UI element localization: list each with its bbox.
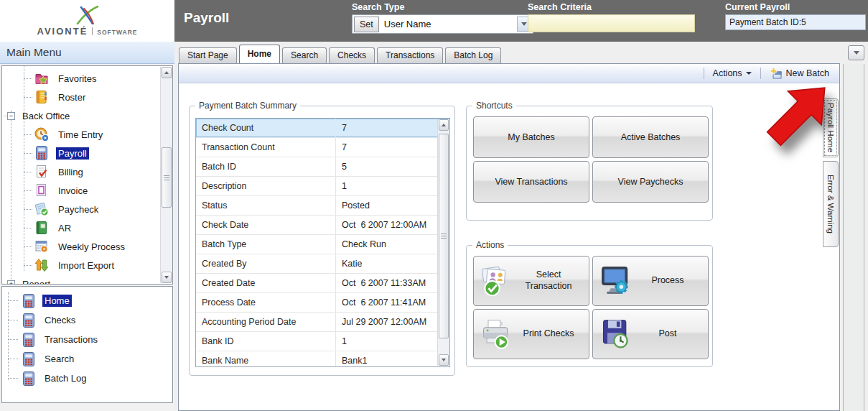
tab-batch-log[interactable]: Batch Log: [445, 47, 501, 63]
view-paychecks-button[interactable]: View Paychecks: [592, 161, 709, 203]
sidebar-page-search[interactable]: Search: [2, 349, 172, 369]
tab-transactions[interactable]: Transactions: [377, 47, 443, 63]
chevron-down-icon: [746, 72, 752, 78]
post-button[interactable]: Post: [592, 309, 709, 359]
sidebar-item-paycheck[interactable]: Paycheck: [2, 200, 172, 218]
process-button[interactable]: Process: [592, 256, 709, 306]
my-batches-button[interactable]: My Batches: [473, 116, 589, 158]
active-batches-button[interactable]: Active Batches: [592, 116, 709, 158]
sidebar-page-home[interactable]: Home: [2, 291, 172, 310]
search-criteria-label: Search Criteria: [528, 2, 695, 12]
sidebar-page-checks[interactable]: Checks: [2, 310, 172, 330]
summary-row-check-date[interactable]: Check DateOct 6 2007 12:00AM: [196, 216, 449, 235]
tree-scrollbar[interactable]: [160, 67, 172, 283]
sidebar-page-transactions[interactable]: Transactions: [2, 330, 172, 349]
process-icon: [599, 264, 633, 298]
scroll-down-icon[interactable]: [439, 354, 449, 366]
summary-row-label: Bank ID: [196, 332, 336, 351]
scroll-down-icon[interactable]: [162, 272, 172, 283]
set-button[interactable]: Set: [354, 17, 379, 32]
scroll-up-icon[interactable]: [162, 67, 172, 78]
summary-row-description[interactable]: Description1: [196, 177, 449, 196]
sidebar-item-roster[interactable]: Roster: [2, 88, 172, 106]
select-transaction-icon: [480, 264, 514, 298]
scrollbar-thumb[interactable]: [439, 134, 449, 338]
summary-row-value: 1: [336, 177, 449, 195]
summary-scrollbar[interactable]: [437, 119, 449, 366]
sidebar-item-billing[interactable]: Billing: [2, 162, 172, 181]
side-tab-error-warning[interactable]: Error & Warning: [823, 161, 839, 247]
sidebar-item-favorites[interactable]: Favorites: [2, 69, 172, 88]
summary-row-bank-name[interactable]: Bank NameBank1: [196, 351, 449, 367]
summary-row-status[interactable]: StatusPosted: [196, 196, 449, 216]
summary-row-created-date[interactable]: Created DateOct 6 2007 11:33AM: [196, 274, 449, 293]
tab-start-page[interactable]: Start Page: [179, 47, 237, 63]
tab-home[interactable]: Home: [239, 45, 280, 63]
sidebar-item-label: Favorites: [56, 73, 98, 85]
view-transactions-button[interactable]: View Transactions: [473, 161, 589, 203]
weekly-process-icon: [34, 239, 50, 254]
sidebar-item-payroll[interactable]: Payroll: [2, 144, 172, 162]
print-checks-button[interactable]: Print Checks: [473, 309, 589, 359]
tab-overflow-button[interactable]: [848, 45, 864, 60]
sidebar-item-report[interactable]: +Report: [2, 274, 172, 285]
summary-row-value: Oct 6 2007 11:41AM: [336, 293, 449, 312]
toolbar-divider: [760, 68, 761, 79]
summary-row-accounting-period-date[interactable]: Accounting Period DateJul 29 2007 12:00A…: [196, 313, 449, 332]
new-batch-button[interactable]: New Batch: [767, 65, 832, 81]
sidebar-page-label: Checks: [42, 314, 78, 326]
shortcuts-group-title: Shortcuts: [472, 101, 516, 111]
payroll-icon: [34, 145, 50, 161]
sidebar-item-label: Roster: [56, 91, 88, 103]
summary-row-label: Batch ID: [196, 157, 336, 176]
summary-row-label: Created By: [196, 254, 336, 273]
search-type-combo[interactable]: Set User Name: [352, 14, 533, 34]
side-tab-payroll-home[interactable]: Payroll Home: [823, 98, 839, 157]
summary-row-process-date[interactable]: Process DateOct 6 2007 11:41AM: [196, 293, 449, 313]
summary-row-check-count[interactable]: Check Count7: [196, 119, 449, 138]
time-entry-icon: [34, 126, 50, 142]
post-icon: [599, 317, 633, 351]
scroll-up-icon[interactable]: [439, 119, 449, 131]
summary-row-value: Katie: [336, 254, 449, 273]
actions-group-title: Actions: [472, 240, 508, 250]
summary-row-label: Description: [196, 177, 336, 195]
summary-row-value: Check Run: [336, 235, 449, 254]
sidebar-item-time-entry[interactable]: Time Entry: [2, 125, 172, 144]
summary-row-batch-id[interactable]: Batch ID5: [196, 157, 449, 177]
expand-toggle-icon[interactable]: +: [7, 280, 15, 285]
summary-row-created-by[interactable]: Created ByKatie: [196, 254, 449, 274]
sidebar-item-back-office[interactable]: −Back Office: [2, 106, 172, 125]
collapse-toggle-icon[interactable]: −: [7, 112, 15, 120]
summary-row-label: Status: [196, 196, 336, 215]
sidebar-item-ar[interactable]: AR: [2, 218, 172, 237]
favorites-icon: [34, 70, 50, 86]
summary-row-batch-type[interactable]: Batch TypeCheck Run: [196, 235, 449, 254]
avionte-swoosh-icon: [72, 6, 103, 24]
brand-divider: [92, 27, 93, 35]
payment-batch-summary-group: Payment Batch Summary Check Count7Transa…: [189, 106, 455, 376]
summary-row-transaction-count[interactable]: Transaction Count7: [196, 138, 449, 157]
search-criteria-input[interactable]: [528, 14, 695, 32]
sidebar-item-label: Import Export: [56, 259, 116, 272]
tab-checks[interactable]: Checks: [329, 47, 375, 63]
summary-row-value: Oct 6 2007 11:33AM: [336, 274, 449, 292]
sidebar-item-label: Time Entry: [56, 129, 105, 141]
tab-strip: Start PageHomeSearchChecksTransactionsBa…: [179, 45, 503, 64]
select-transaction-button[interactable]: Select Transaction: [473, 256, 589, 306]
sidebar-item-invoice[interactable]: Invoice: [2, 181, 172, 200]
summary-row-bank-id[interactable]: Bank ID1: [196, 332, 449, 351]
billing-icon: [34, 164, 50, 180]
sidebar-item-label: Invoice: [56, 185, 90, 197]
actions-dropdown-button[interactable]: Actions: [710, 67, 755, 80]
sidebar-item-weekly-process[interactable]: Weekly Process: [2, 237, 172, 256]
sidebar: Main Menu FavoritesRoster−Back OfficeTim…: [0, 42, 174, 411]
sidebar-item-label: Back Office: [20, 110, 72, 122]
report-page-icon: [21, 293, 37, 309]
actions-dropdown-label: Actions: [713, 68, 742, 78]
scrollbar-thumb[interactable]: [162, 147, 172, 208]
sidebar-item-import-export[interactable]: Import Export: [2, 256, 172, 274]
action-button-label: Select Transaction: [515, 269, 589, 292]
sidebar-page-batch-log[interactable]: Batch Log: [2, 369, 172, 388]
tab-search[interactable]: Search: [282, 47, 327, 63]
